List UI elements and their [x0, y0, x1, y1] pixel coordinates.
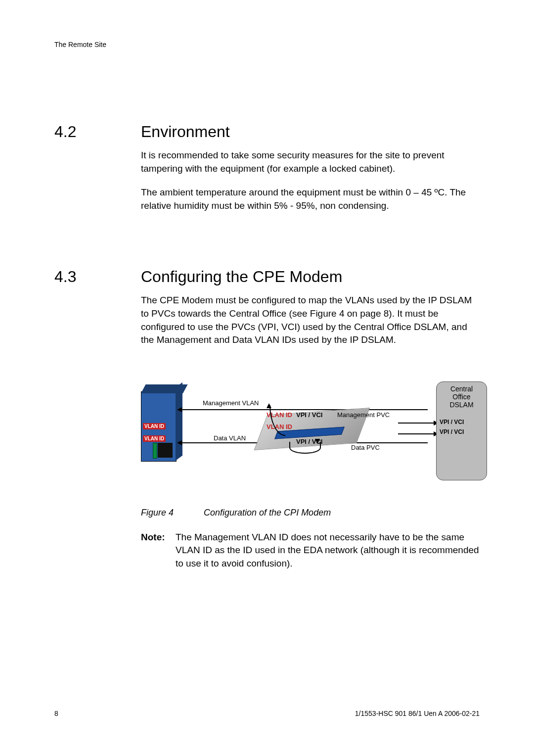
label-vpi-vci: VPI / VCI	[440, 428, 487, 435]
central-label: DSLAM	[437, 401, 487, 409]
label-vpi-vci: VPI / VCI	[440, 419, 487, 425]
page-number: 8	[54, 709, 58, 717]
figure-diagram: VLAN ID VLAN ID Management VLAN Data VLA…	[141, 378, 487, 494]
paragraph: It is recommended to take some security …	[141, 149, 480, 175]
figure-caption-text: Configuration of the CPI Modem	[204, 508, 331, 518]
paragraph: The CPE Modem must be configured to map …	[141, 294, 480, 346]
label-data-vlan: Data VLAN	[214, 434, 246, 442]
label-vpi-vci: VPI / VCI	[296, 411, 322, 419]
vlan-id-tag: VLAN ID	[143, 435, 166, 442]
section-number: 4.3	[54, 268, 141, 357]
label-management-vlan: Management VLAN	[203, 399, 259, 407]
page-header: The Remote Site	[54, 41, 480, 48]
doc-id: 1/1553-HSC 901 86/1 Uen A 2006-02-21	[355, 709, 480, 717]
note-label: Note:	[141, 531, 176, 570]
central-office-dslam: Central Office DSLAM VPI / VCI VPI / VCI	[436, 381, 487, 480]
section-number: 4.2	[54, 123, 141, 223]
label-data-pvc: Data PVC	[351, 444, 380, 451]
note-text: The Management VLAN ID does not necessar…	[176, 531, 480, 570]
ip-dslam-icon: VLAN ID VLAN ID	[141, 384, 183, 466]
section-title: Environment	[141, 123, 480, 141]
label-management-pvc: Management PVC	[337, 411, 390, 419]
central-label: Office	[437, 393, 487, 401]
section-title: Configuring the CPE Modem	[141, 268, 480, 286]
vlan-id-tag: VLAN ID	[143, 423, 166, 429]
central-label: Central	[437, 385, 487, 393]
figure-caption: Figure 4 Configuration of the CPI Modem	[141, 508, 480, 518]
paragraph: The ambient temperature around the equip…	[141, 186, 480, 212]
figure-number: Figure 4	[141, 508, 201, 518]
